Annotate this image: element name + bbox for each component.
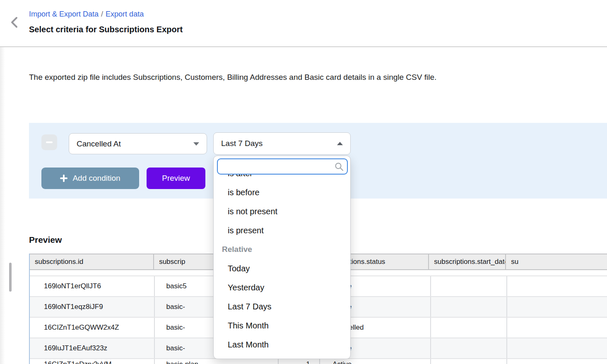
condition-field-value: Cancelled At <box>77 139 193 148</box>
dropdown-item[interactable]: Today <box>214 259 350 278</box>
table-cell <box>507 318 607 338</box>
export-criteria-page: Import & Export Data/Export data Select … <box>0 0 607 364</box>
scrollbar-thumb[interactable] <box>9 263 12 292</box>
condition-field-select[interactable]: Cancelled At <box>69 133 207 154</box>
table-cell: basic-plan <box>155 359 279 364</box>
page-title: Select criteria for Subscriptions Export <box>29 25 183 34</box>
table-cell: 16CIZnT1eGQWW2x4Z <box>30 318 155 338</box>
table-cell <box>507 276 607 296</box>
header-divider <box>0 46 607 47</box>
condition-operator-value: Last 7 Days <box>221 139 337 148</box>
remove-condition-button[interactable] <box>41 134 57 150</box>
dropdown-item[interactable]: is before <box>214 183 350 202</box>
dropdown-item[interactable]: Last 7 Days <box>214 297 350 316</box>
table-cell <box>431 338 507 358</box>
dropdown-search-input[interactable] <box>217 158 348 175</box>
breadcrumb: Import & Export Data/Export data <box>29 10 144 19</box>
table-cell: 16CIZnT1eDzrv2vVM <box>30 359 155 364</box>
column-header: subscriptions.id <box>30 254 154 269</box>
table-cell: Active <box>320 359 431 364</box>
condition-operator-select[interactable]: Last 7 Days <box>213 132 351 155</box>
table-row: 16CIZnT1eDzrv2vVMbasic-plan1Active <box>30 358 607 364</box>
table-cell <box>507 359 607 364</box>
export-description: The exported zip file includes Subscript… <box>29 73 436 82</box>
left-edge-shade <box>0 0 5 364</box>
table-cell <box>431 318 507 338</box>
table-cell: 1 <box>279 359 320 364</box>
table-cell: 169loNT1erQllJT6 <box>30 276 155 296</box>
minus-icon <box>46 141 53 143</box>
dropdown-item[interactable]: Yesterday <box>214 278 350 297</box>
table-cell <box>507 338 607 358</box>
breadcrumb-link-export-data[interactable]: Export data <box>106 10 144 18</box>
dropdown-option-list: is afteris beforeis not presentis presen… <box>214 175 350 359</box>
dropdown-item[interactable]: is not present <box>214 202 350 221</box>
table-cell: 169loNT1eqz8iJF9 <box>30 297 155 317</box>
table-cell <box>431 297 507 317</box>
chevron-up-icon <box>337 142 343 145</box>
dropdown-search-wrap <box>217 158 348 175</box>
dropdown-group-label: Relative <box>214 240 350 259</box>
table-cell: 169luJT1eEAuf323z <box>30 338 155 358</box>
dropdown-item[interactable]: is present <box>214 221 350 240</box>
dropdown-item[interactable]: Last Month <box>214 335 350 354</box>
breadcrumb-link-import-export[interactable]: Import & Export Data <box>29 10 99 18</box>
table-cell <box>431 359 507 364</box>
add-condition-label: Add condition <box>72 174 120 183</box>
table-cell <box>431 276 507 296</box>
preview-button[interactable]: Preview <box>147 168 205 189</box>
table-cell <box>507 297 607 317</box>
page-header: Import & Export Data/Export data Select … <box>0 0 607 46</box>
breadcrumb-separator: / <box>99 10 106 18</box>
column-header: subscriptions.start_date <box>429 254 506 269</box>
back-chevron-icon[interactable] <box>10 17 19 28</box>
column-header: su <box>506 254 607 269</box>
plus-icon <box>60 175 67 182</box>
dropdown-item[interactable]: This Month <box>214 316 350 335</box>
preview-heading: Preview <box>29 235 62 245</box>
chevron-down-icon <box>193 142 199 146</box>
dropdown-item[interactable]: is after <box>214 175 350 183</box>
add-condition-button[interactable]: Add condition <box>41 168 139 189</box>
operator-dropdown: is afteris beforeis not presentis presen… <box>213 156 351 359</box>
